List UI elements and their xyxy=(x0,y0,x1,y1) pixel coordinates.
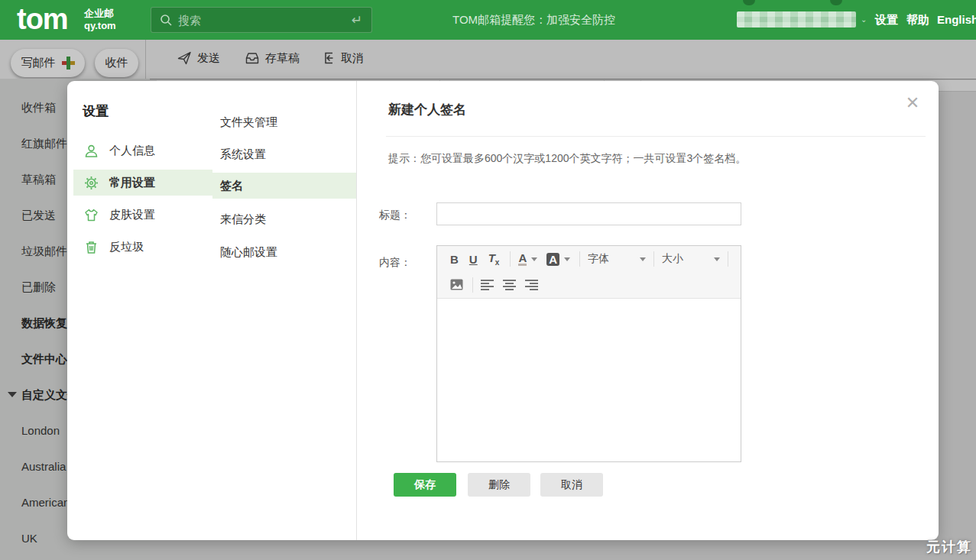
nav-item-anti-spam[interactable]: 反垃圾 xyxy=(73,234,212,260)
trash-icon xyxy=(84,240,99,254)
font-color-button[interactable]: A xyxy=(518,252,537,266)
signature-editor: B U Tx A A 字体 xyxy=(436,245,741,462)
subnav-folder-management[interactable]: 文件夹管理 xyxy=(212,109,356,135)
chevron-down-icon xyxy=(531,257,537,261)
font-size-dropdown[interactable]: 大小 xyxy=(662,252,720,266)
align-left-icon xyxy=(481,280,494,290)
align-right-button[interactable] xyxy=(525,280,538,290)
settings-subnav: 文件夹管理 系统设置 签名 来信分类 随心邮设置 xyxy=(212,81,357,540)
close-icon[interactable]: ✕ xyxy=(903,93,922,113)
toolbar-separator xyxy=(728,251,728,267)
font-family-dropdown[interactable]: 字体 xyxy=(588,252,646,266)
signature-content-area[interactable] xyxy=(437,299,741,461)
font-size-label: 大小 xyxy=(662,252,709,266)
bold-button[interactable]: B xyxy=(450,253,459,266)
subnav-mail-sorting[interactable]: 来信分类 xyxy=(212,206,356,232)
shirt-icon xyxy=(84,208,99,222)
account-name-blurred[interactable] xyxy=(737,11,856,28)
brand-line1: 企业邮 xyxy=(84,8,116,20)
nav-item-label: 反垃圾 xyxy=(109,240,144,254)
account-caret-icon[interactable]: ⌄ xyxy=(861,15,867,24)
highlight-color-button[interactable]: A xyxy=(546,253,570,266)
search-input[interactable] xyxy=(178,14,352,27)
nav-item-label: 皮肤设置 xyxy=(109,208,155,222)
dialog-title: 新建个人签名 xyxy=(388,101,466,118)
settings-title: 设置 xyxy=(83,102,109,120)
align-right-icon xyxy=(525,280,538,290)
clear-format-x: x xyxy=(495,258,500,267)
underline-button[interactable]: U xyxy=(469,253,478,266)
settings-dialog: 设置 个人信息 xyxy=(67,81,939,540)
align-center-icon xyxy=(503,280,516,290)
toolbar-separator xyxy=(653,251,654,267)
signature-hint: 提示：您可设置最多600个汉字或1200个英文字符；一共可设置3个签名档。 xyxy=(388,152,746,166)
image-icon xyxy=(450,279,463,290)
tom-logo[interactable]: tom xyxy=(17,3,68,36)
subnav-system-settings[interactable]: 系统设置 xyxy=(212,141,356,167)
clear-format-t: T xyxy=(488,251,495,264)
align-center-button[interactable] xyxy=(503,280,516,290)
font-family-label: 字体 xyxy=(588,252,635,266)
font-color-glyph: A xyxy=(518,252,527,266)
content-field-label: 内容： xyxy=(371,256,411,270)
toolbar-separator xyxy=(579,251,580,267)
editor-toolbar: B U Tx A A 字体 xyxy=(437,246,741,299)
watermark: 元计算 xyxy=(926,538,972,556)
toolbar-separator xyxy=(472,277,473,293)
search-box[interactable]: ↵ xyxy=(151,7,372,33)
settings-nav: 设置 个人信息 xyxy=(67,81,212,540)
subnav-signature[interactable]: 签名 xyxy=(212,173,356,199)
header-link-language[interactable]: English xyxy=(937,13,976,26)
header-notice: TOM邮箱提醒您：加强安全防控 xyxy=(452,13,615,28)
clear-format-button[interactable]: Tx xyxy=(488,251,500,267)
nav-item-label: 个人信息 xyxy=(109,144,155,158)
align-left-button[interactable] xyxy=(481,280,494,290)
title-divider xyxy=(386,136,926,137)
app-window: tom 企业邮 qy.tom ↵ TOM邮箱提醒您：加强安全防控 ⌄ 设置 帮助… xyxy=(0,0,976,560)
chevron-down-icon xyxy=(714,257,720,261)
nav-item-personal-info[interactable]: 个人信息 xyxy=(73,138,212,163)
signature-title-input[interactable] xyxy=(436,202,741,225)
brand-line2: qy.tom xyxy=(84,20,116,32)
header-link-help[interactable]: 帮助 xyxy=(906,13,929,28)
nav-item-label: 常用设置 xyxy=(109,176,155,190)
subnav-casual-mail[interactable]: 随心邮设置 xyxy=(212,239,356,265)
top-header-bar: tom 企业邮 qy.tom ↵ TOM邮箱提醒您：加强安全防控 ⌄ 设置 帮助… xyxy=(0,0,976,40)
header-link-settings[interactable]: 设置 xyxy=(875,13,898,28)
chevron-down-icon xyxy=(564,257,570,261)
insert-image-button[interactable] xyxy=(450,279,463,290)
highlight-color-glyph: A xyxy=(546,253,559,266)
blurred-element xyxy=(830,0,842,5)
title-field-label: 标题： xyxy=(371,209,411,222)
toolbar-separator xyxy=(510,251,511,267)
save-button[interactable]: 保存 xyxy=(394,473,456,497)
search-enter-icon[interactable]: ↵ xyxy=(352,12,362,28)
nav-item-general-settings[interactable]: 常用设置 xyxy=(73,170,212,196)
nav-item-skin-settings[interactable]: 皮肤设置 xyxy=(73,202,212,228)
chevron-down-icon xyxy=(640,257,646,261)
cancel-button[interactable]: 取消 xyxy=(540,473,603,497)
delete-button[interactable]: 删除 xyxy=(468,473,530,497)
user-icon xyxy=(84,144,99,158)
search-icon xyxy=(160,14,172,26)
gear-icon xyxy=(84,176,99,190)
blurred-element xyxy=(743,0,755,5)
brand-text: 企业邮 qy.tom xyxy=(84,8,116,32)
